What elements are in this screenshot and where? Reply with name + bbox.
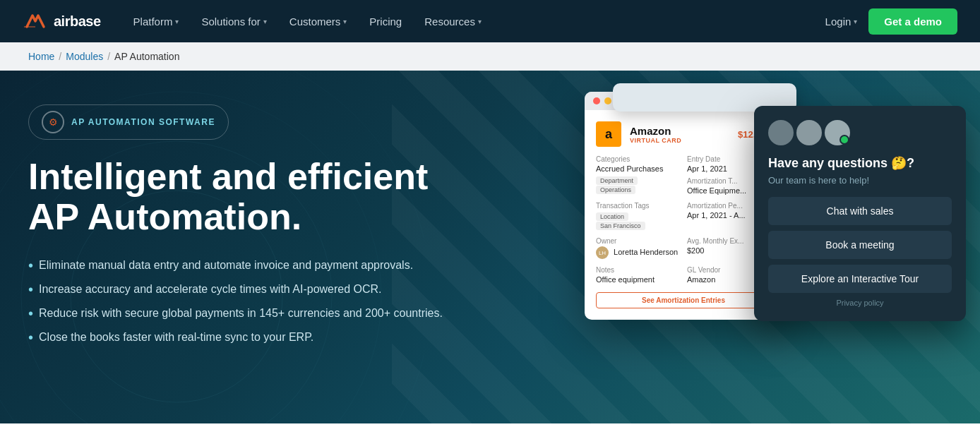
logo[interactable]: airbase — [23, 11, 101, 31]
login-button[interactable]: Login ▾ — [825, 16, 858, 28]
breadcrumb: Home / Modules / AP Automation — [0, 42, 980, 71]
breadcrumb-current: AP Automation — [114, 51, 179, 62]
chevron-down-icon: ▾ — [343, 18, 347, 25]
close-dot — [593, 97, 600, 104]
owner-value: LH Loretta Henderson — [596, 246, 680, 259]
nav-item-platform[interactable]: Platform ▾ — [124, 10, 189, 33]
hero-badge: ⚙ AP AUTOMATION SOFTWARE — [28, 104, 229, 140]
notes-label: Notes — [596, 266, 680, 274]
hero-bullets: Eliminate manual data entry and automate… — [28, 257, 443, 346]
amazon-logo: a — [596, 121, 621, 147]
breadcrumb-home[interactable]: Home — [28, 51, 54, 62]
chat-widget: Have any questions 🤔? Our team is here t… — [754, 106, 966, 321]
ui-card-body: a Amazon VIRTUAL CARD $12,000 Categories… — [585, 110, 782, 320]
categories-value: Accrued Purchases — [596, 164, 680, 173]
navbar: airbase Platform ▾ Solutions for ▾ Custo… — [0, 0, 980, 42]
sf-tag: San Francisco — [596, 222, 645, 230]
nav-item-pricing[interactable]: Pricing — [359, 10, 412, 33]
chat-avatar-1 — [768, 120, 794, 145]
get-demo-button[interactable]: Get a demo — [868, 8, 957, 35]
breadcrumb-separator: / — [59, 51, 61, 62]
card-header: a Amazon VIRTUAL CARD $12,000 — [596, 121, 771, 147]
list-item: Eliminate manual data entry and automate… — [28, 257, 443, 274]
list-item: Increase accuracy and accelerate cycle t… — [28, 281, 443, 298]
nav-item-solutions[interactable]: Solutions for ▾ — [191, 10, 276, 33]
breadcrumb-modules[interactable]: Modules — [66, 51, 103, 62]
dept-tag: Department — [596, 176, 638, 185]
virtual-card-badge: VIRTUAL CARD — [630, 137, 681, 144]
nav-item-resources[interactable]: Resources ▾ — [414, 10, 491, 33]
chat-avatars — [768, 120, 952, 145]
ui-card: a Amazon VIRTUAL CARD $12,000 Categories… — [585, 92, 782, 320]
see-amortization-button[interactable]: See Amortization Entries — [596, 292, 771, 308]
chevron-down-icon: ▾ — [478, 18, 482, 25]
chat-title: Have any questions 🤔? — [768, 155, 952, 171]
chevron-down-icon: ▾ — [175, 18, 179, 25]
vendor-name: Amazon — [630, 125, 681, 137]
hero-section: ⚙ AP AUTOMATION SOFTWARE Intelligent and… — [0, 71, 980, 423]
chat-avatar-2 — [796, 120, 822, 145]
list-item: Close the books faster with real-time sy… — [28, 329, 443, 346]
nav-right: Login ▾ Get a demo — [825, 8, 957, 35]
hero-title: Intelligent and efficient AP Automation. — [28, 157, 443, 237]
chat-subtitle: Our team is here to help! — [768, 175, 952, 186]
chat-avatar-3 — [825, 120, 850, 145]
explore-tour-button[interactable]: Explore an Interactive Tour — [768, 265, 952, 293]
badge-icon: ⚙ — [42, 111, 64, 133]
logo-text: airbase — [54, 13, 101, 30]
privacy-policy-link[interactable]: Privacy policy — [768, 299, 952, 307]
chevron-down-icon: ▾ — [854, 18, 857, 25]
ops-tag: Operations — [596, 186, 635, 194]
nav-links: Platform ▾ Solutions for ▾ Customers ▾ P… — [124, 10, 825, 33]
badge-label: AP AUTOMATION SOFTWARE — [71, 117, 215, 127]
card-fields: Categories Accrued Purchases Department … — [596, 155, 771, 284]
nav-item-customers[interactable]: Customers ▾ — [280, 10, 357, 33]
notes-value: Office equipment — [596, 275, 680, 284]
owner-label: Owner — [596, 237, 680, 245]
transaction-tags-label: Transaction Tags — [596, 202, 680, 210]
chevron-down-icon: ▾ — [263, 18, 267, 25]
breadcrumb-separator-2: / — [107, 51, 110, 62]
owner-avatar: LH — [596, 246, 609, 259]
chat-with-sales-button[interactable]: Chat with sales — [768, 197, 952, 225]
book-meeting-button[interactable]: Book a meeting — [768, 231, 952, 259]
list-item: Reduce risk with secure global payments … — [28, 305, 443, 322]
hero-ui-card-area: a Amazon VIRTUAL CARD $12,000 Categories… — [585, 92, 782, 320]
categories-label: Categories — [596, 155, 680, 163]
hero-content: ⚙ AP AUTOMATION SOFTWARE Intelligent and… — [28, 104, 443, 346]
minimize-dot — [604, 97, 611, 104]
location-tag: Location — [596, 212, 628, 221]
